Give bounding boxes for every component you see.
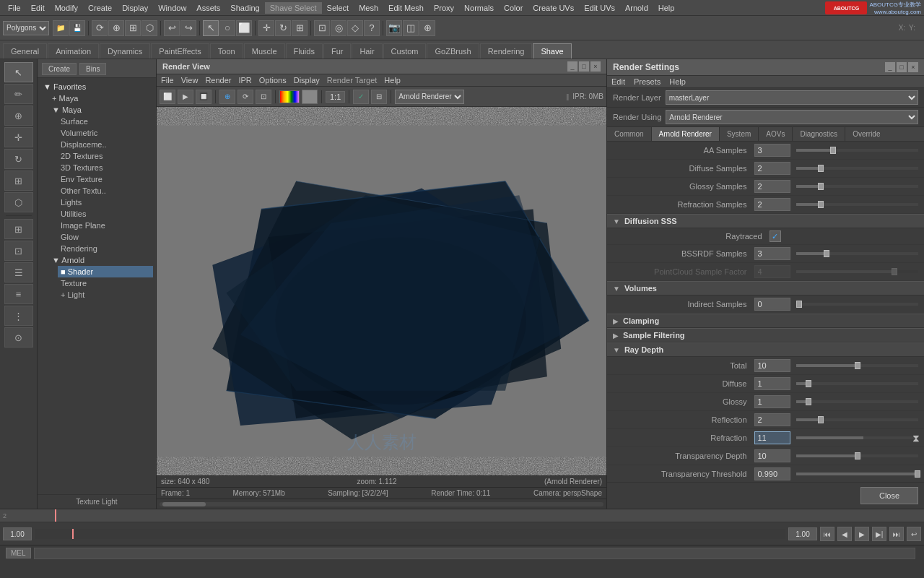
- tab-hair[interactable]: Hair: [352, 43, 382, 59]
- rv-menu-view[interactable]: View: [181, 76, 199, 85]
- toolbar-btn-snap4[interactable]: ?: [364, 20, 380, 36]
- toolbar-btn-6[interactable]: ⬡: [141, 20, 157, 36]
- menu-help[interactable]: Help: [653, 2, 680, 14]
- tab-toon[interactable]: Toon: [210, 43, 243, 59]
- diffusion-sss-header[interactable]: ▼ Diffusion SSS: [607, 214, 924, 228]
- rv-renderer-select[interactable]: Arnold Renderer: [395, 90, 464, 104]
- rv-snap2[interactable]: ⊟: [371, 90, 387, 104]
- rs-tab-override[interactable]: Override: [845, 127, 887, 141]
- toolbar-btn-select[interactable]: ↖: [203, 20, 219, 36]
- ray-depth-header[interactable]: ▼ Ray Depth: [607, 342, 924, 357]
- rv-tool-refresh[interactable]: ⟳: [237, 90, 253, 104]
- render-view-minimize[interactable]: _: [567, 61, 578, 72]
- toolbar-btn-scale[interactable]: ⊞: [292, 20, 308, 36]
- menu-arnold[interactable]: Arnold: [620, 2, 653, 14]
- bssrdf-samples-slider-handle[interactable]: [824, 250, 829, 257]
- tree-shader[interactable]: ■ Shader: [58, 266, 153, 277]
- tab-fur[interactable]: Fur: [323, 43, 352, 59]
- rv-menu-file[interactable]: File: [161, 76, 174, 85]
- tool-lasso[interactable]: ⊕: [4, 105, 33, 126]
- menu-shave-select[interactable]: Shave Select: [265, 2, 322, 14]
- render-view-maximize[interactable]: □: [579, 61, 589, 72]
- render-view-close[interactable]: ×: [590, 61, 601, 72]
- menu-window[interactable]: Window: [153, 2, 191, 14]
- tool-layer5[interactable]: ⋮: [4, 306, 33, 326]
- menu-edit-mesh[interactable]: Edit Mesh: [383, 2, 429, 14]
- rv-tool-ipr[interactable]: ⊕: [219, 90, 235, 104]
- rs-tab-system[interactable]: System: [720, 127, 759, 141]
- toolbar-btn-8[interactable]: ↪: [180, 20, 196, 36]
- ray-diffuse-slider[interactable]: [796, 382, 919, 385]
- rv-menu-options[interactable]: Options: [259, 76, 287, 85]
- diffuse-samples-slider-handle[interactable]: [818, 165, 824, 172]
- play-end-btn[interactable]: ⏭: [889, 527, 904, 541]
- menu-color[interactable]: Color: [499, 2, 528, 14]
- diffuse-samples-slider[interactable]: [796, 167, 919, 170]
- menu-mesh[interactable]: Mesh: [354, 2, 383, 14]
- ray-refraction-edit-icon[interactable]: ⧗: [912, 432, 920, 444]
- tool-layer1[interactable]: ⊞: [4, 219, 33, 239]
- timeline-start-input[interactable]: [3, 527, 32, 540]
- play-btn[interactable]: ▶: [855, 527, 869, 541]
- ray-total-input[interactable]: [754, 359, 790, 372]
- aa-samples-input[interactable]: [754, 144, 790, 157]
- hypershade-bins-btn[interactable]: Bins: [79, 63, 106, 75]
- tool-scale[interactable]: ⊞: [4, 171, 33, 191]
- tree-env-texture[interactable]: Env Texture: [58, 173, 153, 185]
- menu-shading[interactable]: Shading: [225, 2, 264, 14]
- ray-diffuse-input[interactable]: [754, 377, 790, 390]
- glossy-samples-slider[interactable]: [796, 185, 919, 188]
- menu-assets[interactable]: Assets: [191, 2, 225, 14]
- rs-menu-presets[interactable]: Presets: [634, 77, 661, 86]
- transparency-depth-slider[interactable]: [796, 454, 919, 457]
- rv-tool-1[interactable]: ⬜: [160, 90, 175, 104]
- toolbar-btn-1[interactable]: 📁: [53, 20, 69, 36]
- rv-menu-render-target[interactable]: Render Target: [327, 76, 378, 85]
- render-layer-dropdown[interactable]: masterLayer: [666, 90, 918, 105]
- timeline-end-input[interactable]: [788, 527, 817, 540]
- tree-other-textures[interactable]: Other Textu..: [58, 185, 153, 197]
- ray-glossy-slider[interactable]: [796, 400, 919, 403]
- toolbar-btn-render2[interactable]: ⊕: [419, 20, 435, 36]
- tool-layer4[interactable]: ≡: [4, 284, 33, 304]
- diffuse-samples-input[interactable]: [754, 162, 790, 175]
- aa-samples-slider-handle[interactable]: [830, 147, 836, 154]
- menu-proxy[interactable]: Proxy: [429, 2, 459, 14]
- render-hscrollbar[interactable]: [157, 499, 606, 509]
- rs-maximize[interactable]: □: [897, 62, 907, 72]
- rs-close-button[interactable]: Close: [860, 487, 918, 504]
- next-frame-btn[interactable]: ▶|: [872, 527, 886, 541]
- tab-gozbrush[interactable]: GoZBrush: [427, 43, 479, 59]
- transparency-threshold-slider[interactable]: [796, 473, 919, 475]
- indirect-samples-handle[interactable]: [796, 301, 802, 308]
- tab-animation[interactable]: Animation: [48, 43, 99, 59]
- refraction-samples-slider-handle[interactable]: [818, 201, 824, 208]
- tree-favorites[interactable]: ▼ Favorites: [40, 81, 153, 92]
- aa-samples-slider[interactable]: [796, 149, 919, 152]
- rv-tool-2[interactable]: ▶: [178, 90, 193, 104]
- rv-menu-ipr[interactable]: IPR: [238, 76, 251, 85]
- tree-image-plane[interactable]: Image Plane: [58, 220, 153, 231]
- menu-file[interactable]: File: [3, 2, 26, 14]
- tree-maya-plus[interactable]: + Maya: [49, 92, 153, 104]
- tree-light[interactable]: + Light: [58, 289, 153, 301]
- toolbar-btn-3[interactable]: ⟳: [92, 20, 108, 36]
- raytraced-checkbox[interactable]: ✓: [770, 230, 781, 242]
- timeline-bar[interactable]: [35, 529, 785, 539]
- tool-layer2[interactable]: ⊡: [4, 241, 33, 261]
- toolbar-btn-snap3[interactable]: ◇: [347, 20, 363, 36]
- rv-color-swatch[interactable]: [279, 90, 300, 103]
- rv-tool-3[interactable]: 🔲: [196, 90, 212, 104]
- transparency-threshold-input[interactable]: [754, 467, 790, 480]
- tab-general[interactable]: General: [3, 43, 47, 59]
- tree-displacement[interactable]: Displaceme..: [58, 139, 153, 150]
- play-beginning-btn[interactable]: ⏮: [820, 527, 834, 541]
- menu-select[interactable]: Select: [322, 2, 354, 14]
- toolbar-btn-snap2[interactable]: ◎: [331, 20, 346, 36]
- menu-create-uvs[interactable]: Create UVs: [528, 2, 579, 14]
- sample-filtering-header[interactable]: ▶ Sample Filtering: [607, 328, 924, 342]
- menu-normals[interactable]: Normals: [459, 2, 499, 14]
- ray-glossy-handle[interactable]: [806, 398, 811, 405]
- toolbar-btn-move[interactable]: ✛: [258, 20, 274, 36]
- timeline-track[interactable]: [9, 509, 921, 522]
